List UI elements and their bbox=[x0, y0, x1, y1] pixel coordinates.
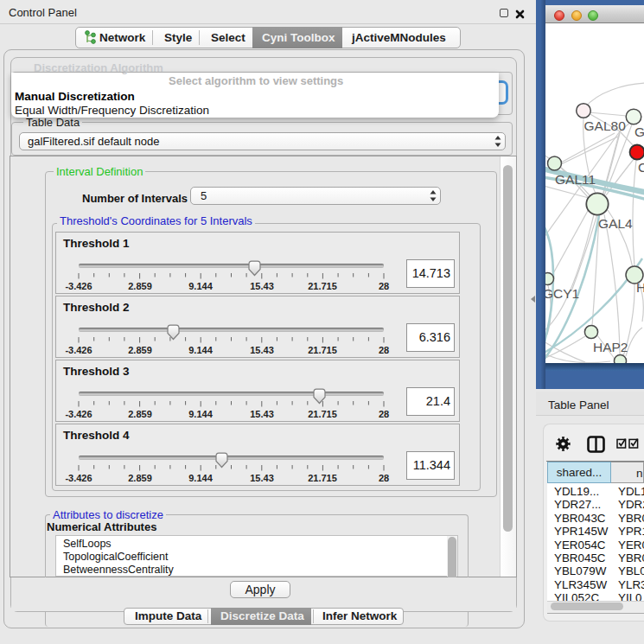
svg-text:HAP2: HAP2 bbox=[593, 340, 628, 354]
svg-text:GAL11: GAL11 bbox=[555, 172, 596, 187]
svg-text:GAL80: GAL80 bbox=[584, 118, 627, 133]
svg-text:H: H bbox=[636, 280, 644, 295]
svg-text:GCY1: GCY1 bbox=[545, 286, 579, 301]
svg-text:C: C bbox=[638, 160, 644, 175]
svg-text:GA: GA bbox=[634, 124, 644, 139]
svg-text:GAL4: GAL4 bbox=[598, 216, 633, 231]
